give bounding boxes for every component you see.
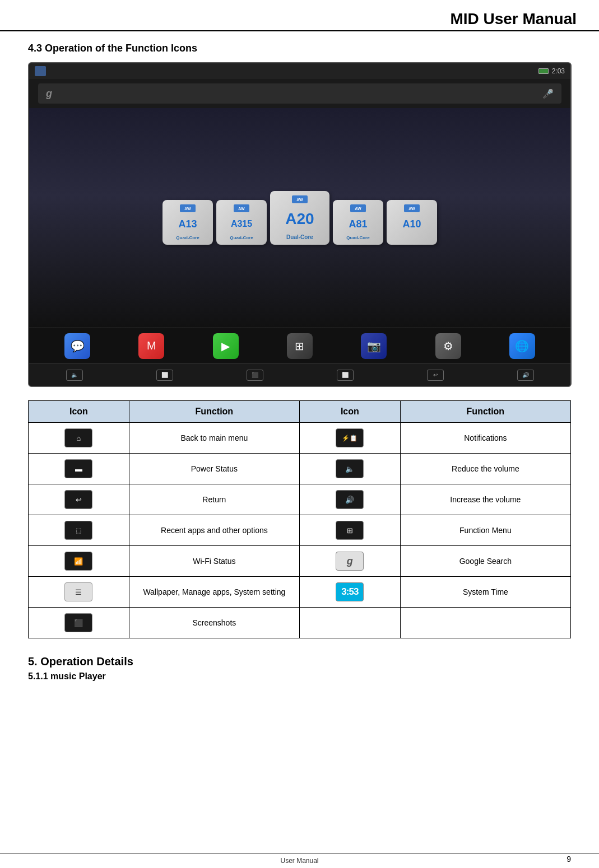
- wifi-icon: 📶: [64, 552, 92, 571]
- icon-cell-empty: [299, 608, 400, 638]
- icon-cell-screenshot: ⬛: [29, 608, 129, 638]
- page-footer: User Manual: [0, 853, 599, 868]
- icon-cell-wifi: 📶: [29, 546, 129, 577]
- function-cell-function-menu: Function Menu: [400, 515, 570, 546]
- function-cell-vol-down: Reduce the volume: [400, 454, 570, 484]
- nav-vol-up[interactable]: 🔊: [517, 370, 534, 381]
- icon-cell-power: ▬: [29, 454, 129, 484]
- dock-settings-icon[interactable]: ⚙: [435, 333, 461, 359]
- function-cell-home: Back to main menu: [129, 423, 299, 454]
- dock-camera-icon[interactable]: 📷: [361, 333, 387, 359]
- nav-home[interactable]: ⬛: [247, 370, 263, 381]
- icon-cell-system-time: 3:53: [299, 577, 400, 608]
- function-cell-wallpaper: Wallpaper, Manage apps, System setting: [129, 577, 299, 608]
- chip-logo-a315: AW: [234, 204, 249, 212]
- status-right: 2:03: [538, 67, 565, 75]
- icon-cell-google-search: g: [299, 546, 400, 577]
- page-number: 9: [567, 855, 571, 864]
- icon-cell-return: ↩: [29, 484, 129, 515]
- chip-logo-a10: AW: [404, 204, 420, 212]
- system-time-icon: 3:53: [336, 582, 364, 601]
- status-icon: [35, 66, 46, 76]
- google-search-box-icon: g: [336, 552, 364, 571]
- device-search-bar[interactable]: g 🎤: [38, 83, 561, 104]
- function-cell-system-time: System Time: [400, 577, 570, 608]
- microphone-icon: 🎤: [542, 88, 554, 99]
- chip-a315: AW A315 Quad-Core: [216, 200, 267, 245]
- home-icon: ⌂: [64, 428, 92, 447]
- col-header-func2: Function: [400, 401, 570, 423]
- chip-a13: AW A13 Quad-Core: [162, 200, 213, 245]
- col-header-icon1: Icon: [29, 401, 129, 423]
- dock-talk-icon[interactable]: 💬: [64, 333, 90, 359]
- chip-logo-a13: AW: [180, 204, 196, 212]
- battery-icon: [538, 68, 549, 74]
- chip-display: AW A13 Quad-Core AW A315 Quad-Core AW A2…: [162, 191, 437, 245]
- nav-back[interactable]: ⬜: [156, 370, 173, 381]
- dock-gmail-icon[interactable]: M: [138, 333, 164, 359]
- recent-apps-icon: ⬚: [64, 521, 92, 540]
- chip-logo-a20: AW: [292, 195, 308, 203]
- table-row: ⬛ Screenshots: [29, 608, 571, 638]
- table-row: ⬚ Recent apps and other options ⊞ Functi…: [29, 515, 571, 546]
- device-dock: 💬 M ▶ ⊞ 📷 ⚙ 🌐: [29, 328, 570, 363]
- dock-browser-icon[interactable]: 🌐: [509, 333, 535, 359]
- return-icon: ↩: [64, 490, 92, 509]
- function-cell-notifications: Notifications: [400, 423, 570, 454]
- nav-menu[interactable]: ⬜: [337, 370, 354, 381]
- wallpaper-icon: ☰: [64, 582, 92, 601]
- device-main-area: AW A13 Quad-Core AW A315 Quad-Core AW A2…: [29, 108, 570, 328]
- function-table: Icon Function Icon Function ⌂ Back to ma…: [28, 400, 571, 638]
- page-title: MID User Manual: [0, 0, 599, 31]
- function-cell-screenshot: Screenshots: [129, 608, 299, 638]
- function-cell-vol-up: Increase the volume: [400, 484, 570, 515]
- vol-up-icon: 🔊: [336, 490, 364, 509]
- table-row: ↩ Return 🔊 Increase the volume: [29, 484, 571, 515]
- col-header-func1: Function: [129, 401, 299, 423]
- device-statusbar: 2:03: [29, 63, 570, 79]
- function-cell-return: Return: [129, 484, 299, 515]
- table-row: 📶 Wi-Fi Status g Google Search: [29, 546, 571, 577]
- section-5-heading: 5. Operation Details: [28, 655, 571, 668]
- table-row: ⌂ Back to main menu ⚡📋 Notifications: [29, 423, 571, 454]
- section-511-heading: 5.1.1 music Player: [28, 671, 571, 682]
- function-cell-wifi: Wi-Fi Status: [129, 546, 299, 577]
- icon-cell-function-menu: ⊞: [299, 515, 400, 546]
- chip-a10: AW A10: [387, 200, 437, 245]
- device-screenshot: 2:03 g 🎤 AW A13 Quad-Core AW A315 Qu: [28, 62, 572, 387]
- device-navbar: 🔈 ⬜ ⬛ ⬜ ↩ 🔊: [29, 363, 570, 386]
- function-cell-power: Power Status: [129, 454, 299, 484]
- icon-cell-recent: ⬚: [29, 515, 129, 546]
- dock-play-icon[interactable]: ▶: [213, 333, 239, 359]
- status-time: 2:03: [552, 67, 565, 75]
- vol-down-icon: 🔈: [336, 459, 364, 478]
- icon-cell-home: ⌂: [29, 423, 129, 454]
- chip-logo-a81: AW: [350, 204, 366, 212]
- table-row: ▬ Power Status 🔈 Reduce the volume: [29, 454, 571, 484]
- function-cell-empty: [400, 608, 570, 638]
- function-cell-google-search: Google Search: [400, 546, 570, 577]
- table-row: ☰ Wallpaper, Manage apps, System setting…: [29, 577, 571, 608]
- chip-a81: AW A81 Quad-Core: [333, 200, 383, 245]
- chip-a20: AW A20 Dual-Core: [270, 191, 329, 245]
- function-cell-recent: Recent apps and other options: [129, 515, 299, 546]
- section-43-heading: 4.3 Operation of the Function Icons: [28, 43, 571, 54]
- function-menu-icon: ⊞: [336, 521, 364, 540]
- notifications-icon: ⚡📋: [336, 428, 364, 447]
- dock-grid-icon[interactable]: ⊞: [287, 333, 313, 359]
- screenshot-icon: ⬛: [64, 613, 92, 632]
- icon-cell-wallpaper: ☰: [29, 577, 129, 608]
- icon-cell-vol-down: 🔈: [299, 454, 400, 484]
- icon-cell-vol-up: 🔊: [299, 484, 400, 515]
- power-icon: ▬: [64, 459, 92, 478]
- icon-cell-notifications: ⚡📋: [299, 423, 400, 454]
- nav-vol-down[interactable]: 🔈: [66, 370, 83, 381]
- google-search-icon: g: [46, 88, 52, 100]
- nav-return[interactable]: ↩: [427, 370, 444, 381]
- col-header-icon2: Icon: [299, 401, 400, 423]
